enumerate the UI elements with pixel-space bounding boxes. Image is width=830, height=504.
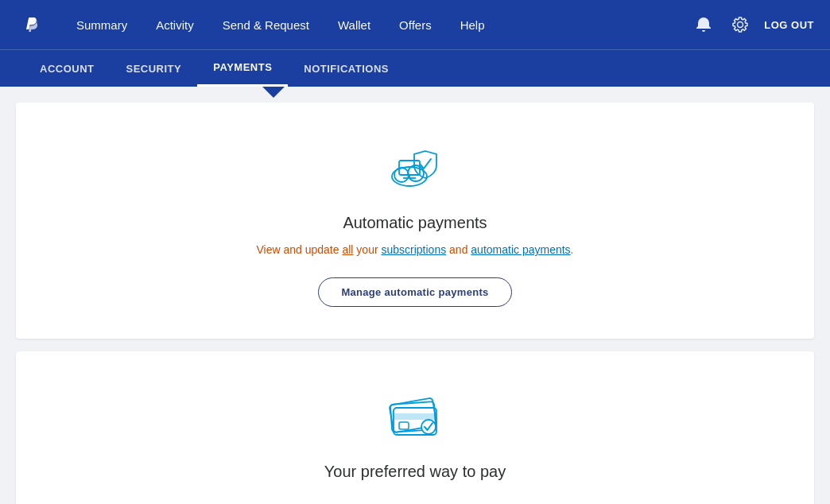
automatic-payments-icon bbox=[379, 134, 451, 198]
nav-link-offers[interactable]: Offers bbox=[385, 0, 446, 49]
cards-stack-icon bbox=[379, 386, 451, 445]
bell-icon bbox=[695, 16, 712, 33]
nav-link-help[interactable]: Help bbox=[446, 0, 499, 49]
top-navigation: Summary Activity Send & Request Wallet O… bbox=[0, 0, 830, 49]
manage-automatic-payments-button[interactable]: Manage automatic payments bbox=[318, 277, 511, 307]
sub-navigation: ACCOUNT SECURITY PAYMENTS NOTIFICATIONS bbox=[0, 49, 830, 87]
svg-rect-10 bbox=[394, 413, 436, 420]
sub-nav-security[interactable]: SECURITY bbox=[111, 52, 198, 86]
paypal-logo[interactable] bbox=[16, 10, 46, 40]
nav-link-wallet[interactable]: Wallet bbox=[324, 0, 385, 49]
main-content: Automatic payments View and update all y… bbox=[0, 87, 830, 504]
nav-link-summary[interactable]: Summary bbox=[62, 0, 142, 49]
automatic-payments-title: Automatic payments bbox=[343, 214, 487, 232]
sub-nav-account[interactable]: ACCOUNT bbox=[24, 52, 111, 86]
nav-links: Summary Activity Send & Request Wallet O… bbox=[62, 0, 691, 49]
nav-link-send-request[interactable]: Send & Request bbox=[208, 0, 324, 49]
preferred-payment-icon bbox=[379, 383, 451, 447]
notifications-button[interactable] bbox=[691, 12, 716, 37]
automatic-payments-description: View and update all your subscriptions a… bbox=[256, 242, 573, 258]
cloud-shield-icon bbox=[379, 137, 451, 196]
sub-nav-arrow bbox=[262, 87, 285, 98]
sub-nav-notifications[interactable]: NOTIFICATIONS bbox=[288, 52, 405, 86]
preferred-payment-card: Your preferred way to pay bbox=[16, 351, 814, 504]
logout-button[interactable]: LOG OUT bbox=[764, 19, 814, 31]
nav-link-activity[interactable]: Activity bbox=[142, 0, 208, 49]
automatic-payments-card: Automatic payments View and update all y… bbox=[16, 103, 814, 339]
svg-point-12 bbox=[421, 420, 436, 434]
gear-icon bbox=[731, 16, 749, 33]
settings-button[interactable] bbox=[727, 12, 753, 37]
preferred-payment-title: Your preferred way to pay bbox=[324, 463, 506, 481]
sub-nav-payments[interactable]: PAYMENTS bbox=[197, 50, 288, 87]
svg-rect-11 bbox=[399, 422, 409, 429]
nav-right: LOG OUT bbox=[691, 12, 814, 37]
